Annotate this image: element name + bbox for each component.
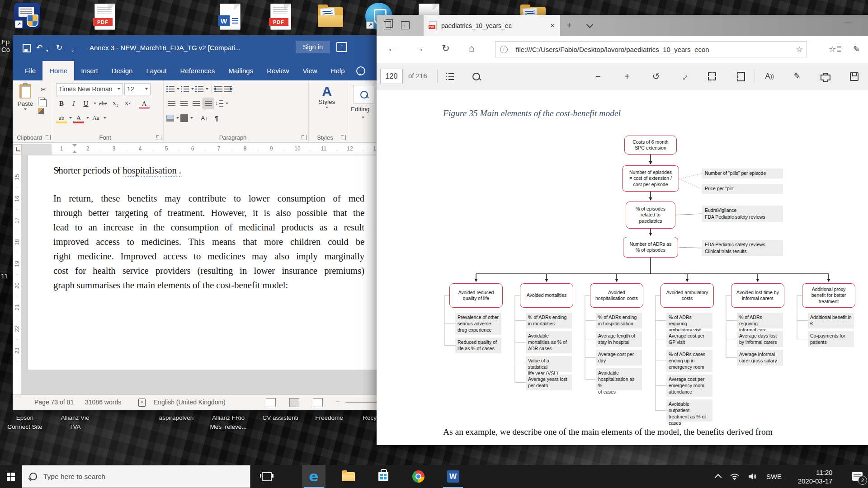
styles-dropdown-icon[interactable] [326,107,328,108]
tab-close-icon[interactable]: × [550,21,555,30]
word-tab-help[interactable]: Help [324,61,352,80]
language-indicator[interactable]: SWE [762,465,786,488]
info-icon[interactable]: i [500,46,508,53]
word-tab-file[interactable]: File [18,61,42,80]
sort-button[interactable]: A↓ [199,113,210,123]
strikethrough-button[interactable]: abe [98,98,108,109]
underline-dropdown-icon[interactable] [94,103,96,104]
taskbar-explorer-button[interactable] [337,465,360,488]
bullet-dropdown-icon[interactable] [177,88,179,90]
italic-button[interactable]: I [68,98,79,109]
undo-dropdown-icon[interactable]: ▾ [46,46,48,55]
find-button[interactable] [354,85,374,104]
language-indicator[interactable]: English (United Kingdom) [154,399,226,406]
proofing-icon[interactable]: × [138,399,146,407]
desktop-icon-word[interactable]: W [216,4,245,33]
word-count[interactable]: 31086 words [85,399,121,406]
font-dialog-launcher[interactable] [156,135,161,140]
desktop-icon-label[interactable]: aspirapolveri [159,413,194,422]
word-tab-view[interactable]: View [296,61,324,80]
taskbar-search[interactable]: Type here to search [22,465,250,488]
set-tabs-aside-icon[interactable]: ← [401,21,410,29]
styles-button[interactable]: A Styles [314,84,340,108]
fit-width-icon[interactable]: ↔ [675,68,693,85]
home-icon[interactable]: ⌂ [469,43,475,54]
editing-label[interactable]: Editing [351,106,369,113]
indent-markers[interactable] [72,144,77,154]
rotate-icon[interactable]: ↻ [651,70,661,83]
highlight-dropdown-icon[interactable] [69,117,72,119]
taskbar-store-button[interactable] [372,465,395,488]
desktop-icon-label[interactable]: CV assistenti [263,413,298,422]
word-tab-design[interactable]: Design [105,61,140,80]
taskbar-chrome-button[interactable] [406,465,430,488]
font-size-select[interactable]: 12 [124,83,151,95]
desktop-icon-label[interactable]: EpsonConnect Site [7,413,42,432]
change-case-button[interactable]: Aa [90,113,101,123]
font-color-dropdown-icon[interactable] [86,117,89,119]
pdf-zoom-in-icon[interactable]: + [622,70,632,83]
url-text[interactable]: file:///C:/Users/Fabio/Desktop/lavoro/pa… [516,46,793,53]
desktop-icon-label[interactable]: Freedome [315,413,343,422]
pdf-zoom-out-icon[interactable]: − [593,70,604,83]
action-center-button[interactable]: 2 [846,465,868,488]
desktop-icon-folder[interactable] [316,4,345,33]
save-as-icon[interactable] [849,70,859,83]
editing-dropdown-icon[interactable] [362,117,364,118]
paste-button[interactable]: Paste [15,83,35,128]
word-tab-home[interactable]: Home [42,61,74,80]
show-paragraph-marks-button[interactable]: ¶ [211,113,222,123]
share-icon[interactable]: ↑ [336,42,347,52]
word-tab-mailings[interactable]: Mailings [222,61,260,80]
underline-button[interactable]: U [80,98,91,109]
hub-favorites-icon[interactable]: ☆ [829,44,841,54]
desktop-icon-pdf[interactable]: PDF [90,4,119,33]
edge-active-tab[interactable]: PDF paediatrics_10_years_ec × [424,15,560,36]
desktop-icon-pdf[interactable]: PDF [266,4,295,33]
tell-me-lightbulb-icon[interactable] [356,66,365,75]
format-painter-button[interactable] [38,108,44,114]
pdf-pen-icon[interactable]: ✎ [792,70,802,83]
align-center-icon[interactable] [180,101,188,107]
change-case-dropdown-icon[interactable] [104,117,106,119]
decrease-indent-icon[interactable] [214,86,222,92]
subscript-button[interactable]: X₂ [110,98,121,109]
word-tab-layout[interactable]: Layout [139,61,173,80]
clock[interactable]: 11:20 2020-03-17 [788,465,843,488]
taskbar-word-button[interactable]: W [441,465,465,488]
read-mode-icon[interactable] [266,398,276,407]
page-number-input[interactable]: 120 [380,69,403,84]
pdf-search-icon[interactable] [471,70,481,83]
borders-icon[interactable] [180,114,188,122]
justify-icon[interactable] [205,101,212,107]
word-tab-references[interactable]: References [173,61,222,80]
clipboard-dialog-launcher[interactable] [46,135,51,140]
new-tab-button[interactable]: + [566,20,572,31]
font-color-button[interactable]: A [73,113,84,123]
refresh-icon[interactable]: ↻ [442,43,450,54]
sign-in-button[interactable]: Sign in [296,41,330,53]
fit-page-icon[interactable] [707,70,717,83]
tray-expand-button[interactable] [710,465,726,488]
multilevel-list-icon[interactable] [195,86,203,92]
numbered-list-icon[interactable] [181,86,189,92]
print-icon[interactable] [820,70,831,83]
page-indicator[interactable]: Page 73 of 81 [34,399,74,406]
word-tab-review[interactable]: Review [260,61,296,80]
line-spacing-icon[interactable] [215,100,223,107]
undo-button[interactable]: ↶ [36,43,42,52]
task-view-button[interactable] [256,465,278,488]
minimize-icon[interactable]: — [844,19,852,27]
shading-icon[interactable] [166,115,174,122]
volume-button[interactable] [743,465,761,488]
annotate-pen-icon[interactable]: ✎ [853,44,860,54]
save-icon[interactable] [23,44,31,52]
multilevel-dropdown-icon[interactable] [206,88,208,90]
bold-button[interactable]: B [56,98,67,109]
line-spacing-dropdown-icon[interactable] [226,103,228,104]
redo-button[interactable]: ↻ [56,43,62,52]
favorite-star-icon[interactable]: ☆ [796,45,803,54]
align-left-icon[interactable] [168,101,175,107]
borders-dropdown-icon[interactable] [190,117,193,119]
desktop-icon-label[interactable]: Allianz FRioMes_releve... [210,413,246,432]
